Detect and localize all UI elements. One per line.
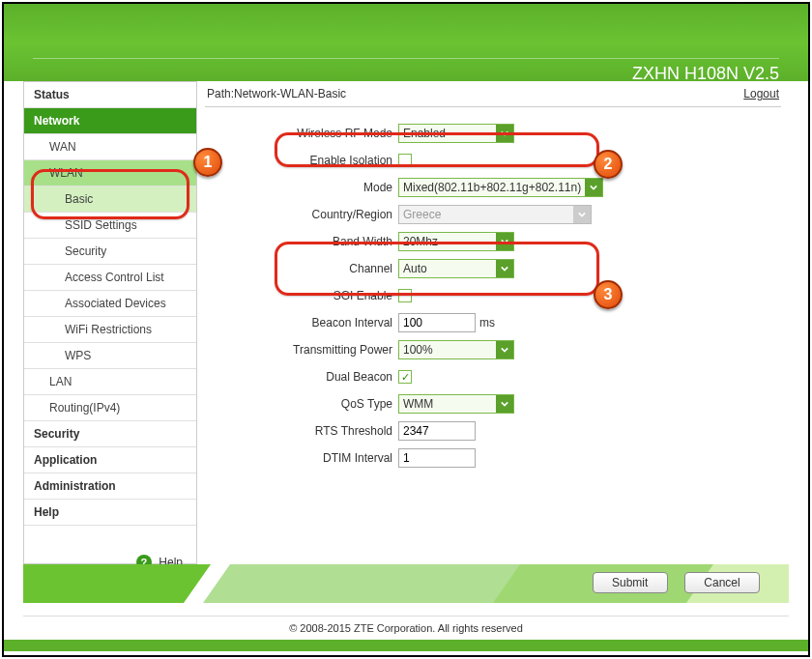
sidebar-item-lan[interactable]: LAN (24, 369, 196, 395)
sidebar-item-associated-devices[interactable]: Associated Devices (24, 291, 196, 317)
chevron-down-icon (496, 341, 513, 358)
header: ZXHN H108N V2.5 (4, 4, 808, 81)
sidebar-item-wlan[interactable]: WLAN (24, 160, 196, 186)
sidebar-item-wps[interactable]: WPS (24, 343, 196, 369)
sidebar-item-security-wlan[interactable]: Security (24, 239, 196, 265)
chevron-down-icon (585, 179, 602, 196)
select-band-width[interactable]: 20Mhz (398, 232, 514, 251)
footer-stripe: Submit Cancel (23, 564, 789, 603)
input-beacon-interval[interactable] (398, 313, 476, 332)
label-qos-type: QoS Type (205, 397, 398, 411)
sidebar-item-acl[interactable]: Access Control List (24, 265, 196, 291)
logout-link[interactable]: Logout (743, 87, 779, 100)
copyright: © 2008-2015 ZTE Corporation. All rights … (23, 616, 789, 634)
sidebar-item-ssid-settings[interactable]: SSID Settings (24, 213, 196, 239)
sidebar-item-security[interactable]: Security (24, 421, 196, 447)
sidebar-item-status[interactable]: Status (24, 82, 196, 108)
label-rts-threshold: RTS Threshold (205, 424, 398, 438)
label-mode: Mode (205, 181, 398, 194)
label-wireless-rf-mode: Wireless RF Mode (205, 127, 398, 140)
checkbox-enable-isolation[interactable] (398, 154, 412, 167)
sidebar-item-basic[interactable]: Basic (24, 186, 196, 213)
checkbox-dual-beacon[interactable] (398, 370, 412, 384)
select-country-region: Greece (398, 205, 592, 224)
footer: Submit Cancel © 2008-2015 ZTE Corporatio… (4, 564, 808, 651)
chevron-down-icon (496, 260, 513, 277)
sidebar-item-wifi-restrictions[interactable]: WiFi Restrictions (24, 317, 196, 343)
select-mode[interactable]: Mixed(802.11b+802.11g+802.11n) (398, 178, 603, 197)
main-panel: Path:Network-WLAN-Basic Logout Wireless … (197, 81, 789, 564)
chevron-down-icon (496, 395, 513, 413)
sidebar-item-administration[interactable]: Administration (24, 473, 196, 500)
select-transmitting-power[interactable]: 100% (398, 340, 514, 359)
header-divider (33, 58, 779, 59)
chevron-down-icon (573, 206, 591, 223)
select-wireless-rf-mode[interactable]: Enabled (398, 124, 514, 143)
breadcrumb: Network-WLAN-Basic (234, 87, 346, 100)
unit-ms: ms (479, 316, 495, 330)
checkbox-sgi-enable[interactable] (398, 289, 412, 302)
wlan-basic-form: Wireless RF Mode Enabled Enable Isolatio… (205, 123, 781, 469)
sidebar-item-application[interactable]: Application (24, 447, 196, 473)
sidebar-item-network[interactable]: Network (24, 108, 196, 134)
chevron-down-icon (496, 233, 513, 250)
label-band-width: Band Width (205, 235, 398, 248)
label-dual-beacon: Dual Beacon (205, 370, 398, 384)
label-beacon-interval: Beacon Interval (205, 316, 398, 330)
select-channel[interactable]: Auto (398, 259, 514, 278)
sidebar: Status Network WAN WLAN Basic SSID Setti… (23, 81, 197, 564)
path-bar: Path:Network-WLAN-Basic Logout (205, 81, 781, 107)
sidebar-item-help[interactable]: Help (24, 500, 196, 526)
label-dtim-interval: DTIM Interval (205, 451, 398, 465)
path-prefix: Path: (207, 87, 234, 100)
label-channel: Channel (205, 262, 398, 275)
cancel-button[interactable]: Cancel (684, 572, 760, 593)
sidebar-item-routing[interactable]: Routing(IPv4) (24, 395, 196, 421)
label-country-region: Country/Region (205, 208, 398, 221)
label-enable-isolation: Enable Isolation (205, 154, 398, 167)
input-dtim-interval[interactable] (398, 448, 476, 468)
submit-button[interactable]: Submit (593, 572, 668, 593)
sidebar-item-wan[interactable]: WAN (24, 134, 196, 160)
input-rts-threshold[interactable] (398, 421, 476, 441)
label-sgi-enable: SGI Enable (205, 289, 398, 302)
select-qos-type[interactable]: WMM (398, 394, 514, 414)
label-transmitting-power: Transmitting Power (205, 343, 398, 357)
footer-bar (4, 640, 808, 651)
chevron-down-icon (496, 125, 513, 142)
